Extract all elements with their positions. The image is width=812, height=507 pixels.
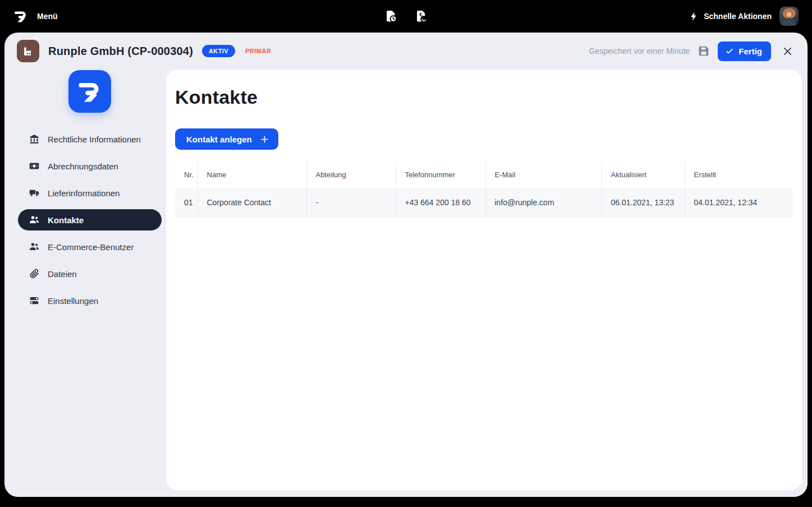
sidebar-item-abrechnungsdaten[interactable]: Abrechnungsdaten — [18, 155, 162, 177]
company-icon — [17, 40, 39, 62]
record-header: Runple GmbH (CP-000304) AKTIV PRIMÄR Ges… — [4, 33, 808, 70]
runple-logo[interactable] — [13, 9, 28, 24]
table-row[interactable]: 01 Corporate Contact - +43 664 200 18 60… — [175, 188, 793, 217]
sidebar: Rechtliche Informationen Abrechnungsdate… — [4, 70, 166, 497]
sidebar-item-kontakte[interactable]: Kontakte — [18, 209, 162, 231]
cell-aktualisiert: 06.01.2021, 13:23 — [602, 188, 685, 217]
column-header-name: Name — [198, 161, 306, 188]
bank-icon — [28, 133, 40, 145]
file-euro-icon[interactable]: € — [414, 8, 429, 24]
column-header-erstellt: Erstellt — [685, 161, 793, 188]
table-header-row: Nr. Name Abteilung Telefonnummer E-Mail … — [175, 161, 793, 188]
close-icon[interactable] — [782, 46, 793, 57]
page-title: Kontakte — [175, 86, 793, 108]
file-clock-icon[interactable] — [383, 8, 399, 24]
menu-button[interactable]: Menü — [37, 12, 58, 21]
cell-erstellt: 04.01.2021, 12:34 — [685, 188, 793, 217]
topbar: Menü € Schnelle Aktionen — [0, 0, 812, 33]
app-panel: Runple GmbH (CP-000304) AKTIV PRIMÄR Ges… — [4, 33, 808, 497]
banknote-icon — [28, 160, 40, 172]
sidebar-item-label: Abrechnungsdaten — [48, 162, 118, 171]
primary-badge: PRIMÄR — [245, 48, 271, 54]
user-avatar[interactable] — [779, 7, 799, 26]
column-header-nr: Nr. — [175, 161, 198, 188]
toggles-icon — [28, 295, 40, 306]
save-icon[interactable] — [698, 45, 710, 57]
done-button-label: Fertig — [738, 47, 762, 56]
cell-name: Corporate Contact — [198, 188, 306, 217]
paperclip-icon — [28, 268, 40, 279]
create-contact-label: Kontakt anlegen — [186, 135, 252, 144]
sidebar-item-label: Einstellungen — [48, 296, 98, 306]
users-icon — [28, 241, 40, 252]
contacts-table: Nr. Name Abteilung Telefonnummer E-Mail … — [175, 161, 793, 217]
sidebar-item-label: E-Commerce-Benutzer — [48, 242, 134, 252]
column-header-email: E-Mail — [485, 161, 602, 188]
status-badge: AKTIV — [202, 45, 235, 57]
runple-logo-large — [68, 70, 111, 113]
cell-telefonnummer: +43 664 200 18 60 — [396, 188, 485, 217]
truck-icon — [28, 187, 40, 199]
lightning-icon — [689, 11, 699, 22]
column-header-aktualisiert: Aktualisiert — [602, 161, 685, 188]
quick-actions-button[interactable]: Schnelle Aktionen — [689, 11, 772, 22]
sidebar-item-label: Rechtliche Informationen — [48, 135, 141, 144]
record-title: Runple GmbH (CP-000304) — [48, 45, 193, 58]
cell-abteilung: - — [306, 188, 396, 217]
users-icon — [28, 214, 40, 225]
done-button[interactable]: Fertig — [718, 42, 771, 61]
column-header-telefonnummer: Telefonnummer — [396, 161, 485, 188]
sidebar-item-label: Dateien — [48, 269, 77, 279]
plus-icon — [260, 135, 269, 144]
quick-actions-label: Schnelle Aktionen — [704, 12, 772, 21]
sidebar-item-einstellungen[interactable]: Einstellungen — [18, 290, 162, 311]
sidebar-item-dateien[interactable]: Dateien — [18, 263, 162, 284]
cell-nr: 01 — [175, 188, 198, 217]
sidebar-item-lieferinformationen[interactable]: Lieferinformationen — [18, 182, 162, 204]
cell-email: info@runple.com — [485, 188, 602, 217]
create-contact-button[interactable]: Kontakt anlegen — [175, 128, 278, 150]
sidebar-item-ecommerce-benutzer[interactable]: E-Commerce-Benutzer — [18, 236, 162, 257]
sidebar-item-label: Lieferinformationen — [48, 188, 120, 198]
contacts-panel: Kontakte Kontakt anlegen Nr. Name Abteil… — [166, 70, 802, 490]
sidebar-nav: Rechtliche Informationen Abrechnungsdate… — [4, 128, 166, 311]
column-header-abteilung: Abteilung — [306, 161, 396, 188]
sidebar-item-label: Kontakte — [48, 215, 84, 225]
sidebar-item-rechtliche-informationen[interactable]: Rechtliche Informationen — [18, 128, 162, 150]
saved-status: Gespeichert vor einer Minute — [589, 47, 690, 56]
